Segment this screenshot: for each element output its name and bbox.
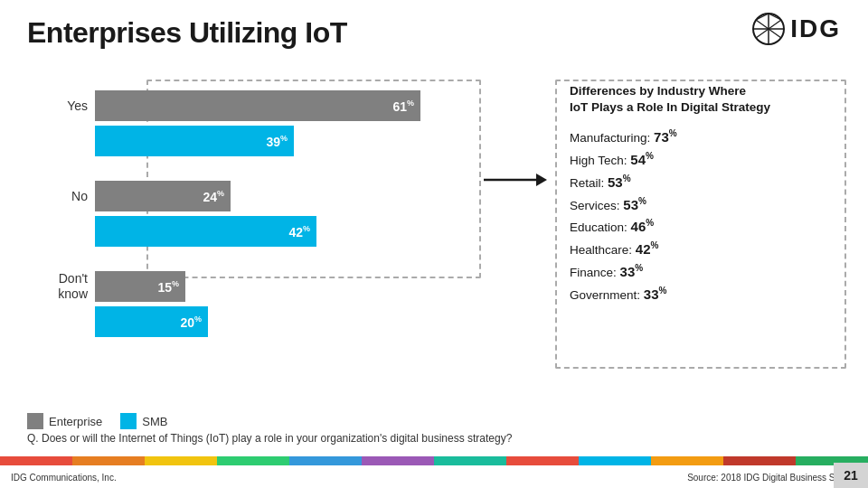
chart-area: Yes61%39%No24%42%Don't know15%20% <box>27 81 533 380</box>
bottom-bar-seg-1 <box>72 456 145 465</box>
bar-fill-2-0: 15% <box>95 271 185 302</box>
bottom-bar-seg-0 <box>0 456 72 465</box>
footer: IDG Communications, Inc. Source: 2018 ID… <box>0 473 868 483</box>
bar-row-1-0: No24% <box>27 181 533 211</box>
right-panel: Differences by Industry WhereIoT Plays a… <box>570 83 841 305</box>
right-panel-title: Differences by Industry WhereIoT Plays a… <box>570 83 841 116</box>
bar-value-0-0: 61% <box>392 99 414 114</box>
page-number: 21 <box>844 468 858 483</box>
bar-label-0: Yes <box>27 99 95 114</box>
bar-label-1: No <box>27 189 95 204</box>
bar-group-0: Yes61%39% <box>27 90 533 156</box>
bottom-bar-seg-8 <box>579 456 651 465</box>
bar-value-2-0: 15% <box>157 279 179 295</box>
legend-label-1: SMB <box>142 415 167 428</box>
page-title: Enterprises Utilizing IoT <box>27 16 347 50</box>
idg-logo-text: IDG <box>790 14 841 43</box>
bar-fill-2-1: 20% <box>95 306 208 337</box>
bottom-bar-seg-2 <box>145 456 217 465</box>
industry-item-3: Services: 53% <box>570 194 841 217</box>
industry-item-6: Finance: 33% <box>570 261 841 284</box>
footer-right: Source: 2018 IDG Digital Business Survey <box>687 473 857 483</box>
bar-row-1-1: 42% <box>27 216 533 247</box>
bar-fill-1-0: 24% <box>95 181 231 211</box>
industry-item-7: Government: 33% <box>570 284 841 306</box>
bar-value-1-1: 42% <box>288 224 310 239</box>
bar-group-1: No24%42% <box>27 181 533 247</box>
bottom-bar-seg-6 <box>434 456 506 465</box>
bar-group-2: Don't know15%20% <box>27 271 533 337</box>
svg-marker-8 <box>536 174 547 186</box>
industry-item-0: Manufacturing: 73% <box>570 127 841 149</box>
bar-value-0-1: 39% <box>266 134 288 149</box>
bottom-bar-seg-3 <box>217 456 289 465</box>
question-text: Q. Does or will the Internet of Things (… <box>27 432 570 445</box>
bar-fill-0-0: 61% <box>95 90 420 121</box>
bar-value-2-1: 20% <box>180 314 202 330</box>
legend-swatch-0 <box>27 413 43 429</box>
industry-item-2: Retail: 53% <box>570 172 841 194</box>
idg-logo-icon <box>752 13 785 45</box>
legend-item-1: SMB <box>120 413 167 429</box>
bar-fill-1-1: 42% <box>95 216 316 247</box>
industry-item-4: Education: 46% <box>570 216 841 239</box>
industry-item-1: High Tech: 54% <box>570 149 841 172</box>
legend: EnterpriseSMB <box>27 413 167 429</box>
bottom-bar <box>0 456 868 465</box>
bar-label-2: Don't know <box>27 271 95 302</box>
footer-left: IDG Communications, Inc. <box>11 473 117 483</box>
bottom-bar-seg-7 <box>506 456 579 465</box>
bottom-bar-seg-10 <box>723 456 796 465</box>
idg-logo: IDG <box>752 13 841 45</box>
legend-label-0: Enterprise <box>49 415 102 428</box>
industry-item-5: Healthcare: 42% <box>570 239 841 261</box>
bottom-bar-seg-4 <box>289 456 362 465</box>
bar-row-2-0: Don't know15% <box>27 271 533 302</box>
page-number-box: 21 <box>834 463 868 488</box>
bar-fill-0-1: 39% <box>95 126 294 156</box>
bar-row-0-0: Yes61% <box>27 90 533 121</box>
bottom-bar-seg-9 <box>651 456 723 465</box>
legend-item-0: Enterprise <box>27 413 102 429</box>
bottom-bar-seg-5 <box>362 456 434 465</box>
bar-row-2-1: 20% <box>27 306 533 337</box>
bar-row-0-1: 39% <box>27 126 533 156</box>
bar-value-1-0: 24% <box>203 189 224 204</box>
legend-swatch-1 <box>120 413 137 429</box>
